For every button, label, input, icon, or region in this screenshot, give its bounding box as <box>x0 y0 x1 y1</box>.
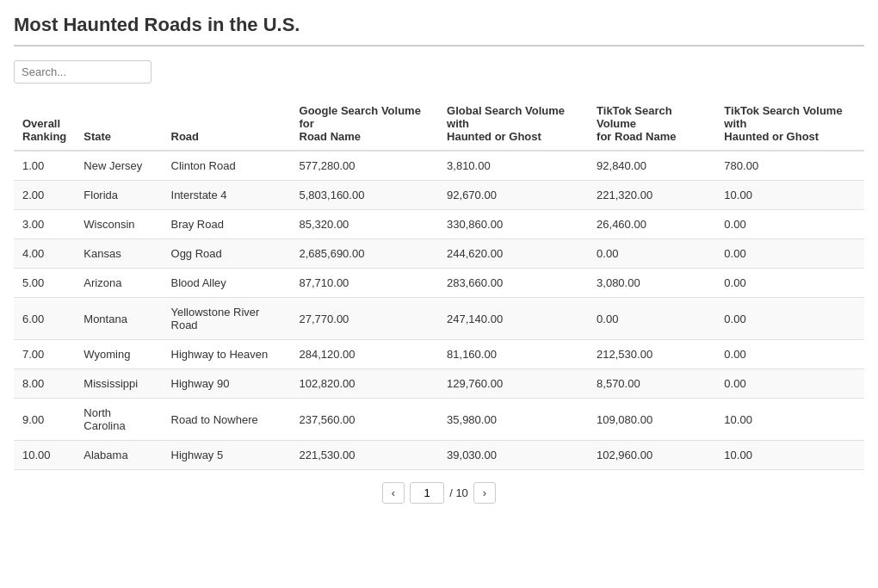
col-global: Global Search Volume withHaunted or Ghos… <box>438 97 588 151</box>
cell-ranking: 10.00 <box>14 441 75 470</box>
cell-global: 39,030.00 <box>438 441 588 470</box>
cell-global: 81,160.00 <box>438 340 588 369</box>
table-row: 6.00MontanaYellowstone River Road27,770.… <box>14 298 864 340</box>
col-state: State <box>75 97 162 151</box>
cell-road: Clinton Road <box>163 151 291 181</box>
cell-state: Montana <box>75 298 162 340</box>
cell-road: Yellowstone River Road <box>163 298 291 340</box>
col-google: Google Search Volume forRoad Name <box>291 97 439 151</box>
cell-tiktok_road: 92,840.00 <box>588 151 715 181</box>
cell-ranking: 7.00 <box>14 340 75 369</box>
cell-ranking: 3.00 <box>14 210 75 239</box>
table-row: 8.00MississippiHighway 90102,820.00129,7… <box>14 369 864 399</box>
cell-state: Arizona <box>75 269 162 298</box>
cell-tiktok_haunted: 10.00 <box>715 181 864 210</box>
cell-tiktok_road: 0.00 <box>588 239 715 269</box>
cell-tiktok_road: 102,960.00 <box>588 441 715 470</box>
cell-road: Interstate 4 <box>163 181 291 210</box>
cell-google: 85,320.00 <box>291 210 439 239</box>
cell-road: Bray Road <box>163 210 291 239</box>
cell-state: New Jersey <box>75 151 162 181</box>
col-road: Road <box>163 97 291 151</box>
cell-tiktok_haunted: 0.00 <box>715 269 864 298</box>
cell-google: 5,803,160.00 <box>291 181 439 210</box>
table-row: 10.00AlabamaHighway 5221,530.0039,030.00… <box>14 441 864 470</box>
cell-global: 92,670.00 <box>438 181 588 210</box>
data-table: OverallRanking State Road Google Search … <box>14 97 864 470</box>
cell-ranking: 2.00 <box>14 181 75 210</box>
table-row: 7.00WyomingHighway to Heaven284,120.0081… <box>14 340 864 369</box>
cell-google: 27,770.00 <box>291 298 439 340</box>
cell-global: 3,810.00 <box>438 151 588 181</box>
cell-tiktok_haunted: 0.00 <box>715 210 864 239</box>
table-row: 5.00ArizonaBlood Alley87,710.00283,660.0… <box>14 269 864 298</box>
table-row: 3.00WisconsinBray Road85,320.00330,860.0… <box>14 210 864 239</box>
cell-ranking: 5.00 <box>14 269 75 298</box>
cell-ranking: 4.00 <box>14 239 75 269</box>
cell-tiktok_haunted: 10.00 <box>715 441 864 470</box>
page-title: Most Haunted Roads in the U.S. <box>14 14 864 46</box>
cell-google: 87,710.00 <box>291 269 439 298</box>
pagination: ‹ / 10 › <box>14 482 864 504</box>
col-tiktok-haunted: TikTok Search Volume withHaunted or Ghos… <box>715 97 864 151</box>
page-input[interactable] <box>410 482 444 504</box>
table-row: 4.00KansasOgg Road2,685,690.00244,620.00… <box>14 239 864 269</box>
cell-road: Highway to Heaven <box>163 340 291 369</box>
cell-tiktok_road: 221,320.00 <box>588 181 715 210</box>
table-header: OverallRanking State Road Google Search … <box>14 97 864 151</box>
cell-google: 2,685,690.00 <box>291 239 439 269</box>
cell-ranking: 9.00 <box>14 399 75 441</box>
cell-state: Florida <box>75 181 162 210</box>
cell-tiktok_road: 26,460.00 <box>588 210 715 239</box>
col-ranking: OverallRanking <box>14 97 75 151</box>
table-row: 1.00New JerseyClinton Road577,280.003,81… <box>14 151 864 181</box>
cell-state: Mississippi <box>75 369 162 399</box>
cell-tiktok_road: 3,080.00 <box>588 269 715 298</box>
cell-road: Highway 5 <box>163 441 291 470</box>
cell-tiktok_road: 109,080.00 <box>588 399 715 441</box>
search-input[interactable] <box>14 60 151 84</box>
cell-road: Ogg Road <box>163 239 291 269</box>
col-tiktok-road: TikTok Search Volumefor Road Name <box>588 97 715 151</box>
cell-state: Alabama <box>75 441 162 470</box>
cell-global: 247,140.00 <box>438 298 588 340</box>
cell-global: 35,980.00 <box>438 399 588 441</box>
cell-tiktok_road: 212,530.00 <box>588 340 715 369</box>
prev-button[interactable]: ‹ <box>382 482 405 504</box>
page-total: / 10 <box>449 486 468 499</box>
cell-global: 330,860.00 <box>438 210 588 239</box>
cell-tiktok_haunted: 10.00 <box>715 399 864 441</box>
cell-road: Road to Nowhere <box>163 399 291 441</box>
cell-road: Blood Alley <box>163 269 291 298</box>
cell-tiktok_haunted: 0.00 <box>715 340 864 369</box>
cell-google: 102,820.00 <box>291 369 439 399</box>
search-container <box>14 60 864 84</box>
cell-state: Wisconsin <box>75 210 162 239</box>
cell-global: 283,660.00 <box>438 269 588 298</box>
cell-tiktok_haunted: 0.00 <box>715 298 864 340</box>
cell-road: Highway 90 <box>163 369 291 399</box>
cell-global: 244,620.00 <box>438 239 588 269</box>
table-row: 9.00North CarolinaRoad to Nowhere237,560… <box>14 399 864 441</box>
cell-google: 284,120.00 <box>291 340 439 369</box>
cell-tiktok_road: 0.00 <box>588 298 715 340</box>
cell-google: 237,560.00 <box>291 399 439 441</box>
next-button[interactable]: › <box>473 482 496 504</box>
cell-tiktok_haunted: 0.00 <box>715 239 864 269</box>
cell-google: 577,280.00 <box>291 151 439 181</box>
cell-ranking: 6.00 <box>14 298 75 340</box>
table-row: 2.00FloridaInterstate 45,803,160.0092,67… <box>14 181 864 210</box>
cell-ranking: 1.00 <box>14 151 75 181</box>
cell-state: Wyoming <box>75 340 162 369</box>
cell-tiktok_haunted: 0.00 <box>715 369 864 399</box>
cell-ranking: 8.00 <box>14 369 75 399</box>
cell-state: North Carolina <box>75 399 162 441</box>
cell-google: 221,530.00 <box>291 441 439 470</box>
header-row: OverallRanking State Road Google Search … <box>14 97 864 151</box>
cell-tiktok_road: 8,570.00 <box>588 369 715 399</box>
cell-global: 129,760.00 <box>438 369 588 399</box>
cell-state: Kansas <box>75 239 162 269</box>
table-body: 1.00New JerseyClinton Road577,280.003,81… <box>14 151 864 470</box>
cell-tiktok_haunted: 780.00 <box>715 151 864 181</box>
